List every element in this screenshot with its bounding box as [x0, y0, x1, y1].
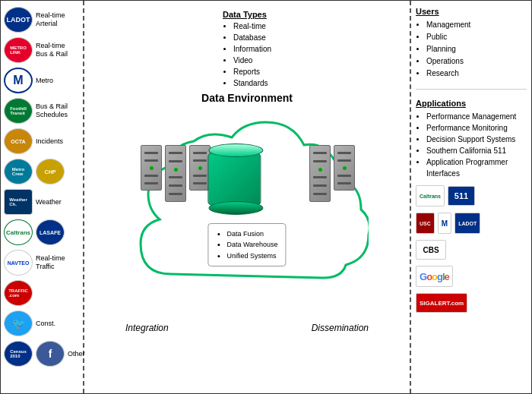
server-1 — [141, 145, 162, 202]
logo-sigalert-app: SIGALERT.com — [416, 293, 467, 313]
twitter-logo: 🐦 — [4, 310, 33, 336]
data-type-reports: Reports — [233, 66, 271, 77]
logo-usc-app: USC — [416, 213, 435, 234]
server-box-1 — [141, 145, 162, 191]
left-sources-column: LADOT Real-timeArterial METROLINK Real-t… — [1, 1, 84, 393]
integration-label: Integration — [125, 323, 169, 333]
twitter-label: Const. — [36, 320, 80, 328]
logo-caltrans-app: Caltrans — [416, 185, 445, 206]
server-box-2 — [165, 145, 186, 202]
user-management: Management — [426, 19, 527, 31]
metro-label: Metro — [36, 77, 80, 85]
right-servers — [309, 145, 355, 202]
left-servers — [141, 145, 211, 202]
weather-label: Weather — [36, 198, 80, 206]
lasafe-logo: LASAFE — [36, 219, 65, 245]
source-weather: WeatherCh. Weather — [4, 189, 80, 215]
navteo-logo: NAVTEO — [4, 250, 33, 276]
census-logo: Census2010 — [4, 341, 33, 367]
other-label: Other — [68, 350, 85, 358]
server-box-5 — [334, 145, 355, 191]
data-type-database: Database — [233, 32, 271, 43]
top-info-row: Data Types Real-time Database Informatio… — [84, 7, 410, 89]
realtime-traffic-label: Real-timeTraffic — [36, 254, 80, 271]
app-logos-row2: USC M LADOT — [416, 213, 527, 234]
main-container: LADOT Real-timeArterial METROLINK Real-t… — [0, 0, 532, 394]
source-navteo: NAVTEO Real-timeTraffic — [4, 250, 80, 276]
dissemination-label: Dissemination — [312, 323, 369, 333]
cylinder-body — [207, 149, 261, 210]
applications-section: Applications Performance Management Perf… — [416, 99, 527, 179]
data-type-video: Video — [233, 55, 271, 66]
user-research: Research — [426, 68, 527, 80]
app-logos-row3: CBS — [416, 240, 527, 260]
source-metro-crew: MetroCrew CHP — [4, 159, 80, 184]
server-2 — [165, 145, 186, 202]
user-planning: Planning — [426, 43, 527, 55]
source-ladot: LADOT Real-timeArterial — [4, 7, 80, 33]
logo-google-app: Google — [416, 266, 453, 287]
caltrans-logo: Caltrans — [4, 219, 33, 245]
data-env-label: Data Environment — [201, 92, 293, 104]
users-section: Users Management Public Planning Operati… — [416, 7, 527, 80]
source-metrolink: METROLINK Real-timeBus & Rail — [4, 37, 80, 63]
app-logos-row1: Caltrans 511 — [416, 185, 527, 206]
cloud-item-fusion: Data Fusion — [226, 229, 277, 239]
weather-logo: WeatherCh. — [4, 189, 33, 215]
server-4 — [309, 145, 331, 202]
metro-logo: M — [4, 68, 33, 93]
database-cylinder: Data Fusion Data Warehouse Unified Syste… — [207, 149, 286, 266]
foothill-logo: FoothillTransit — [4, 98, 33, 124]
source-foothill: FoothillTransit Bus & RailSchedules — [4, 98, 80, 124]
app-logos-row4: Google — [416, 266, 527, 287]
traffic-logo: TRAFFIC.com — [4, 280, 33, 306]
cloud-area: Data Fusion Data Warehouse Unified Syste… — [125, 107, 369, 320]
logo-cbs-app: CBS — [416, 240, 446, 260]
foothill-label: Bus & RailSchedules — [36, 102, 80, 119]
cloud-item-warehouse: Data Warehouse — [226, 239, 277, 250]
data-types-title: Data Types — [223, 10, 271, 19]
bottom-labels: Integration Dissemination — [125, 323, 369, 333]
metrolink-logo: METROLINK — [4, 37, 33, 63]
cloud-item-unified: Unified Systems — [226, 251, 277, 261]
app-511: Southern California 511 — [426, 145, 527, 156]
data-type-standards: Standards — [233, 77, 271, 89]
source-caltrans: Caltrans LASAFE — [4, 219, 80, 245]
data-type-realtime: Real-time — [233, 20, 271, 32]
ladot-label: Real-timeArterial — [36, 11, 80, 28]
user-operations: Operations — [426, 55, 527, 68]
source-twitter: 🐦 Const. — [4, 310, 80, 336]
metrolink-label: Real-timeBus & Rail — [36, 42, 80, 58]
data-types-list: Real-time Database Information Video Rep… — [223, 20, 271, 89]
app-api: Application Programmer Interfaces — [426, 156, 527, 179]
server-5 — [334, 145, 355, 202]
metro-crew-logo: MetroCrew — [4, 159, 33, 184]
user-public: Public — [426, 31, 527, 43]
divider — [416, 89, 527, 90]
oc-logo: OCTA — [4, 128, 33, 154]
data-types-section: Data Types Real-time Database Informatio… — [223, 10, 271, 89]
oc-label: Incidents — [36, 137, 80, 146]
source-census-fb: Census2010 f Other — [4, 341, 80, 367]
applications-title: Applications — [416, 99, 527, 108]
source-trafficcom: TRAFFIC.com — [4, 280, 80, 306]
app-perf-monitor: Performance Monitoring — [426, 122, 527, 134]
source-metro: M Metro — [4, 68, 80, 93]
users-title: Users — [416, 7, 527, 16]
cloud-text-box: Data Fusion Data Warehouse Unified Syste… — [207, 223, 286, 266]
app-perf-mgmt: Performance Management — [426, 111, 527, 122]
facebook-logo: f — [36, 341, 65, 367]
chp-logo: CHP — [36, 159, 65, 184]
app-logos-row5: SIGALERT.com — [416, 293, 527, 313]
source-oc: OCTA Incidents — [4, 128, 80, 154]
logo-511-app: 511 — [448, 186, 475, 206]
ladot-logo: LADOT — [4, 7, 33, 33]
app-decision: Decision Support Systems — [426, 134, 527, 145]
right-column: Users Management Public Planning Operati… — [410, 1, 531, 393]
logo-metro-app: M — [438, 213, 451, 234]
center-column: Data Types Real-time Database Informatio… — [84, 1, 410, 393]
server-box-4 — [309, 145, 331, 202]
data-type-information: Information — [233, 43, 271, 55]
logo-ladot-app: LADOT — [454, 213, 480, 234]
